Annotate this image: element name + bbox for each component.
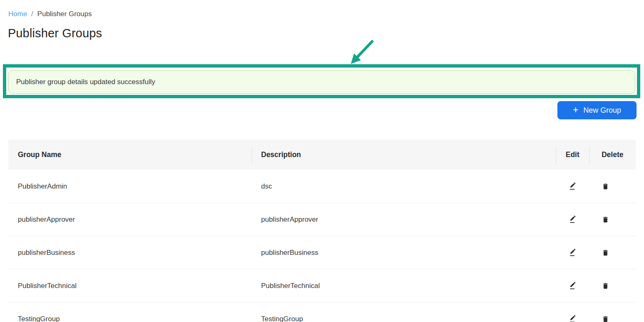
table-row: publisherBusiness publisherBusiness [8,236,636,269]
delete-button[interactable] [600,247,611,258]
edit-cell [556,203,589,236]
new-group-button[interactable]: + New Group [557,101,637,119]
delete-button[interactable] [600,314,611,322]
delete-button[interactable] [600,181,611,192]
table-row: publisherApprover publisherApprover [8,203,636,236]
delete-cell [589,236,636,269]
delete-cell [589,203,636,236]
trash-icon [602,183,609,190]
success-alert-message: Publisher group details updated successf… [16,78,155,86]
group-name-cell: PublisherTechnical [8,269,252,302]
publisher-groups-table: Group Name Description Edit Delete Publi… [8,140,636,322]
edit-button[interactable] [567,280,579,292]
group-name-cell: TestingGroup [8,303,252,322]
group-name-cell: publisherApprover [8,203,252,236]
description-cell: TestingGroup [252,303,556,322]
edit-button[interactable] [567,214,579,225]
header-group-name: Group Name [8,140,252,170]
trash-icon [602,315,609,322]
edit-cell [556,303,589,322]
trash-icon [602,249,609,257]
edit-pencil-icon [569,182,577,191]
description-cell: publisherApprover [252,203,556,236]
description-cell: dsc [252,170,556,203]
annotation-arrow-icon [347,38,377,66]
delete-button[interactable] [600,214,611,225]
delete-cell [589,170,636,203]
trash-icon [602,282,609,290]
edit-pencil-icon [569,315,577,322]
edit-pencil-icon [569,215,577,224]
table-row: TestingGroup TestingGroup [8,303,636,322]
edit-cell [556,236,589,269]
edit-button[interactable] [567,313,579,322]
description-cell: publisherBusiness [252,236,556,269]
group-name-cell: publisherBusiness [8,236,252,269]
table-header-row: Group Name Description Edit Delete [8,140,636,170]
edit-pencil-icon [569,282,577,290]
header-description: Description [252,140,556,170]
trash-icon [602,216,609,223]
breadcrumb-home-link[interactable]: Home [8,10,27,18]
group-name-cell: PublisherAdmin [8,170,252,203]
plus-icon: + [573,105,578,115]
edit-pencil-icon [569,249,577,257]
description-cell: PublisherTechnical [252,269,556,302]
success-alert: Publisher group details updated successf… [8,70,635,94]
delete-cell [589,269,636,302]
new-group-button-label: New Group [583,106,621,115]
breadcrumb: Home / Publisher Groups [8,10,92,18]
edit-button[interactable] [567,247,579,259]
delete-button[interactable] [600,281,611,291]
table-row: PublisherTechnical PublisherTechnical [8,269,636,303]
edit-cell [556,170,589,203]
header-delete: Delete [589,140,636,170]
delete-cell [589,303,636,322]
edit-cell [556,269,589,302]
edit-button[interactable] [567,181,579,192]
header-edit: Edit [556,140,589,170]
page-title: Publisher Groups [8,27,102,40]
breadcrumb-separator: / [31,10,33,18]
breadcrumb-current: Publisher Groups [37,10,92,18]
table-row: PublisherAdmin dsc [8,170,636,203]
